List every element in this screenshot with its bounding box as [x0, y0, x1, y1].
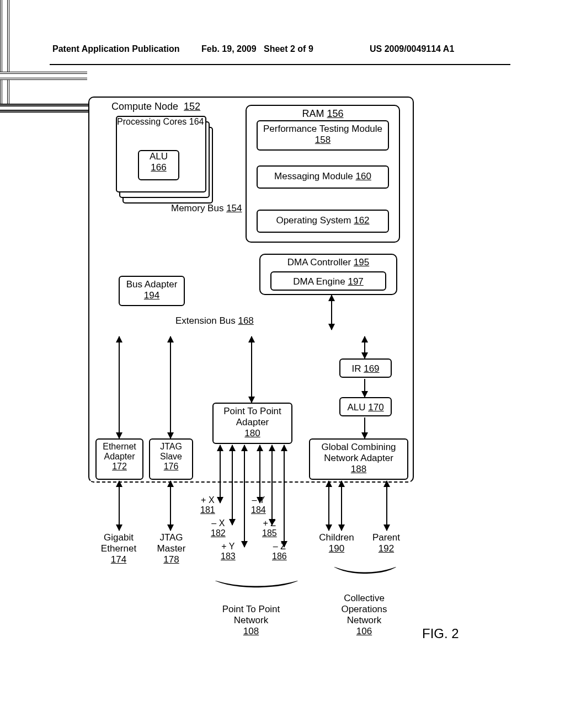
- alu-box: ALU 166: [138, 150, 179, 180]
- perf-label: Performance Testing Module: [258, 124, 388, 135]
- gcn-label: Global Combining Network Adapter: [310, 442, 407, 464]
- header-date-sheet: Feb. 19, 2009 Sheet 2 of 9: [201, 44, 313, 54]
- perf-ref: 158: [315, 135, 331, 145]
- bus-adapter-connector: [0, 80, 9, 104]
- arrow-ptp-nz: [284, 445, 285, 547]
- gigabit-ethernet-label: Gigabit Ethernet174: [91, 532, 146, 565]
- jtag-label: JTAG Slave: [150, 442, 192, 462]
- alu2-box: ALU 170: [339, 397, 392, 416]
- brace-ptp: ︶: [212, 571, 309, 603]
- patent-diagram-page: Patent Application Publication Feb. 19, …: [0, 0, 565, 728]
- bus-adapter-box: Bus Adapter 194: [119, 276, 185, 306]
- ptp-label: Point To Point Adapter: [214, 406, 291, 428]
- ptp-ref: 180: [244, 428, 260, 438]
- dma-label: DMA Controller: [287, 257, 351, 267]
- arrow-eth-gige: [119, 481, 120, 531]
- ethernet-adapter-box: Ethernet Adapter 172: [95, 438, 143, 480]
- header-patent-number: US 2009/0049114 A1: [370, 44, 454, 54]
- dir-minus-z: – Z186: [272, 542, 287, 561]
- messaging-module-box: Messaging Module 160: [257, 165, 389, 189]
- arrow-alu2-gcn: [364, 417, 365, 438]
- children-label: Children190: [312, 532, 361, 554]
- ir-box: IR 169: [339, 358, 392, 378]
- memory-bus-horizontal: [0, 72, 87, 80]
- arrow-ir-alu2: [364, 379, 365, 397]
- alu2-label: ALU: [347, 402, 365, 413]
- memory-bus-label: Memory Bus 154: [171, 203, 242, 214]
- eth-label: Ethernet Adapter: [97, 442, 142, 462]
- arrow-extbus-jtag: [170, 336, 171, 438]
- ir-label: IR: [351, 363, 361, 374]
- arrow-ptp-ny: [259, 445, 260, 503]
- compute-node-title: Compute Node 152: [111, 101, 200, 113]
- dir-minus-x: – X182: [211, 518, 226, 538]
- extension-bus-label: Extension Bus 168: [175, 315, 254, 326]
- header-sheet: Sheet 2 of 9: [264, 44, 313, 53]
- ptp-adapter-box: Point To Point Adapter 180: [212, 403, 292, 444]
- arrow-gcn-child1: [328, 481, 329, 531]
- extension-bus-text: Extension Bus: [175, 315, 236, 326]
- processing-cores-ref: 164: [189, 117, 204, 126]
- ram-label: RAM: [302, 108, 324, 119]
- ram-ref: 156: [327, 108, 343, 119]
- alu-ref: 166: [151, 162, 166, 173]
- dmaeng-label: DMA Engine: [293, 276, 345, 287]
- arrow-extbus-ir: [364, 336, 365, 358]
- memory-bus-text: Memory Bus: [171, 203, 223, 213]
- compute-node-label: Compute Node: [111, 101, 178, 112]
- bus-adapter-label: Bus Adapter: [120, 279, 184, 290]
- dir-plus-z: + Z185: [262, 518, 277, 538]
- dir-plus-x: + X181: [200, 495, 215, 515]
- arrow-ptp-nx: [232, 445, 233, 525]
- ram-title: RAM 156: [247, 108, 399, 120]
- ptp-network-label: Point To Point Network108: [210, 604, 292, 637]
- arrow-extbus-ptp: [251, 336, 252, 403]
- arrow-dma-extbus: [331, 295, 332, 330]
- eth-ref: 172: [112, 462, 127, 471]
- alu-label: ALU: [139, 151, 178, 162]
- operating-system-box: Operating System 162: [257, 210, 389, 233]
- memory-bus-ref: 154: [226, 203, 242, 213]
- jtag-ref: 176: [164, 462, 179, 471]
- header-date: Feb. 19, 2009: [201, 44, 257, 53]
- dma-ref: 195: [354, 257, 369, 267]
- memory-bus-vertical: [0, 0, 9, 72]
- header-publication: Patent Application Publication: [52, 44, 180, 54]
- gcn-ref: 188: [351, 464, 366, 474]
- dma-title: DMA Controller 195: [260, 257, 396, 268]
- jtag-master-label: JTAG Master178: [151, 532, 192, 565]
- extension-bus-ref: 168: [238, 315, 253, 326]
- dir-plus-y: + Y183: [221, 542, 236, 561]
- arrow-extbus-eth: [119, 336, 120, 438]
- header-rule: [50, 64, 510, 65]
- processing-cores-label: Processing Cores: [117, 117, 186, 126]
- compute-node-ref: 152: [184, 101, 200, 112]
- perf-testing-module-box: Performance Testing Module 158: [257, 120, 389, 151]
- dma-engine-box: DMA Engine 197: [270, 271, 386, 291]
- collective-network-label: Collective Operations Network106: [323, 593, 406, 637]
- arrow-ptp-pz: [271, 445, 273, 525]
- figure-label: FIG. 2: [422, 626, 459, 641]
- msg-ref: 160: [356, 171, 371, 181]
- arrow-jtag-master: [170, 481, 171, 531]
- arrow-gcn-parent: [386, 481, 387, 531]
- parent-label: Parent192: [364, 532, 408, 554]
- arrow-ptp-py: [244, 445, 245, 547]
- dir-minus-y: – Y184: [251, 495, 266, 515]
- alu2-ref: 170: [368, 402, 383, 413]
- dmaeng-ref: 197: [348, 276, 363, 287]
- bus-adapter-ref: 194: [144, 290, 159, 301]
- jtag-slave-box: JTAG Slave 176: [149, 438, 193, 480]
- ir-ref: 169: [364, 363, 379, 374]
- global-combining-adapter-box: Global Combining Network Adapter 188: [309, 438, 408, 480]
- arrow-ptp-px: [220, 445, 221, 503]
- os-ref: 162: [354, 215, 369, 226]
- arrow-gcn-child2: [341, 481, 342, 531]
- msg-label: Messaging Module: [274, 171, 353, 181]
- brace-col: ︶: [332, 557, 404, 590]
- os-label: Operating System: [276, 215, 351, 226]
